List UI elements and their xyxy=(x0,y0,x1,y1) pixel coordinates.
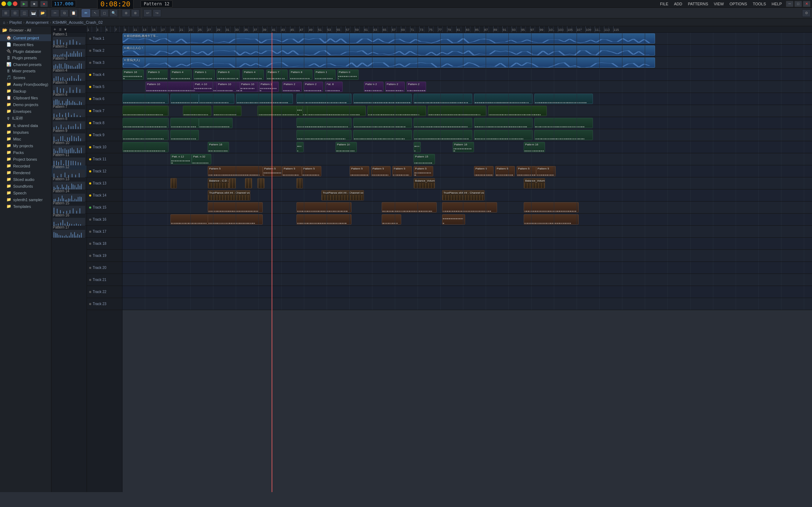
sidebar-item-il-caiyang[interactable]: 🎙IL采样 xyxy=(0,115,51,122)
clip-track8-0[interactable] xyxy=(122,118,169,128)
track-row-15[interactable] xyxy=(122,202,812,214)
track-label-10[interactable]: Track 10 xyxy=(87,141,122,153)
clip-track13-0[interactable] xyxy=(170,178,177,188)
clip-track5-10[interactable]: Pattern 2 xyxy=(407,82,426,92)
track-row-19[interactable] xyxy=(122,250,812,262)
clip-track7-5[interactable] xyxy=(307,106,366,116)
sidebar-item-channel-presets[interactable]: 📊Channel presets xyxy=(0,61,51,68)
clip-track12-1[interactable]: Pattern 5 xyxy=(263,166,282,176)
clip-track7-6[interactable] xyxy=(367,106,426,116)
clip-track12-7[interactable]: Pattern 5 xyxy=(414,166,433,176)
clip-track16-0[interactable] xyxy=(170,214,211,225)
track-row-2[interactable]: X:稳人心人心！ xyxy=(122,45,812,57)
clip-track4-4[interactable]: Pattern 6 xyxy=(217,70,240,80)
tool-zoom[interactable]: 🔍 xyxy=(109,9,118,17)
clip-track6-3[interactable] xyxy=(236,94,293,104)
track-label-7[interactable]: Track 7 xyxy=(87,105,122,117)
track-row-7[interactable] xyxy=(122,105,812,117)
record-button[interactable]: ● xyxy=(40,1,48,7)
track-row-14[interactable]: TruePianos x64 #4 - Channel volumeTruePi… xyxy=(122,189,812,202)
track-row-9[interactable] xyxy=(122,129,812,141)
menu-file[interactable]: FILE xyxy=(659,1,669,6)
track-label-19[interactable]: Track 19 xyxy=(87,250,122,262)
minimize-button[interactable] xyxy=(1,1,6,6)
track-label-14[interactable]: Track 14 xyxy=(87,189,122,202)
clip-track4-1[interactable]: Pattern 3 xyxy=(147,70,168,80)
clip-track10-0[interactable] xyxy=(122,142,169,152)
track-row-12[interactable]: Pattern 5Pattern 5Pattern 5Pattern 5Patt… xyxy=(122,165,812,177)
track-row-16[interactable] xyxy=(122,214,812,226)
track-label-18[interactable]: Track 18 xyxy=(87,238,122,250)
clip-track15-4[interactable] xyxy=(524,202,579,213)
clip-track6-5[interactable] xyxy=(353,94,412,104)
clip-track16-3[interactable] xyxy=(382,214,401,225)
clip-track6-8[interactable] xyxy=(534,94,593,104)
tool-mixer[interactable]: ⊞ xyxy=(1,9,10,17)
sidebar-item-recorded[interactable]: 📁Recorded xyxy=(0,162,51,169)
track-label-4[interactable]: Track 4 xyxy=(87,69,122,81)
clip-track9-1[interactable] xyxy=(170,130,199,140)
sidebar-item-project-bones[interactable]: 📁Project bones xyxy=(0,156,51,162)
pattern-item-4[interactable]: Pattern 4 xyxy=(51,69,87,81)
clip-track5-9[interactable]: Pattern 2 xyxy=(385,82,405,92)
pattern-item-15[interactable]: Pattern 15 xyxy=(51,202,87,214)
sidebar-item-impulses[interactable]: 📁Impulses xyxy=(0,129,51,136)
clip-track4-7[interactable]: Pattern 8 xyxy=(289,70,312,80)
sidebar-item-scores[interactable]: 🎵Scores xyxy=(0,74,51,81)
sidebar-item-soundfonts[interactable]: 📁Soundfonts xyxy=(0,183,51,189)
tool-eraser[interactable]: ◻ xyxy=(100,9,109,17)
clip-track8-1[interactable] xyxy=(170,118,199,128)
tool-cut[interactable]: ✂ xyxy=(51,9,59,17)
track-row-6[interactable] xyxy=(122,93,812,105)
clip-track4-6[interactable]: Pattern 7 xyxy=(266,70,288,80)
sidebar-item-envelopes[interactable]: 📁Envelopes xyxy=(0,108,51,115)
menu-options[interactable]: OPTIONS xyxy=(729,1,748,6)
track-label-3[interactable]: Track 3 xyxy=(87,57,122,69)
tool-snap[interactable]: ⊕ xyxy=(122,9,130,17)
tool-paste[interactable]: 📋 xyxy=(69,9,78,17)
menu-patterns[interactable]: PATTERNS xyxy=(687,1,709,6)
track-label-8[interactable]: Track 8 xyxy=(87,117,122,129)
clip-track15-3[interactable] xyxy=(442,202,497,213)
clip-track6-4[interactable] xyxy=(296,94,351,104)
clip-track9-4[interactable] xyxy=(414,130,472,140)
tool-undo[interactable]: ↩ xyxy=(143,9,152,17)
sidebar-item-away-from[interactable]: 📁Away From(bootleg) xyxy=(0,81,51,88)
sidebar-item-sylenth1[interactable]: 📁sylenth1 sampler xyxy=(0,196,51,203)
track-label-2[interactable]: Track 2 xyxy=(87,45,122,57)
clip-track8-7[interactable] xyxy=(534,118,593,128)
track-label-21[interactable]: Track 21 xyxy=(87,274,122,286)
clip-track14-2[interactable]: TruePianos x64 #4 - Channel volume xyxy=(442,190,485,200)
clip-track5-4[interactable]: Pattern 2 xyxy=(259,82,279,92)
clip-track7-2[interactable] xyxy=(213,106,241,116)
track-row-3[interactable]: X:音乐(大人) xyxy=(122,57,812,69)
win-close-btn[interactable]: ✕ xyxy=(803,1,811,7)
pattern-item-14[interactable]: Pattern 14 xyxy=(51,189,87,202)
tool-browser[interactable]: 📂 xyxy=(38,9,47,17)
track-label-5[interactable]: Track 5 xyxy=(87,81,122,93)
pattern-item-8[interactable]: Pattern 8 xyxy=(51,117,87,129)
clip-track9-0[interactable] xyxy=(122,130,169,140)
clip-track3-0[interactable]: X:音乐(大人) xyxy=(122,57,655,68)
track-label-13[interactable]: Track 13 xyxy=(87,177,122,189)
clip-track9-3[interactable] xyxy=(353,130,412,140)
clip-track12-9[interactable]: Pattern 5 xyxy=(495,166,515,176)
tool-redo[interactable]: ↪ xyxy=(153,9,161,17)
pattern-item-12[interactable]: Pattern 12 xyxy=(51,165,87,177)
win-minimize-btn[interactable]: ─ xyxy=(786,1,794,7)
pattern-item-5[interactable]: Pattern 5 xyxy=(51,81,87,93)
clip-track8-6[interactable] xyxy=(474,118,533,128)
clip-track10-1[interactable]: Pattern 16 xyxy=(208,142,229,152)
clip-track14-0[interactable]: TruePianos x64 #4 - Channel volume xyxy=(208,190,250,200)
clip-track1-0[interactable]: X:前沿的鼓机.跑跑卡丁车... xyxy=(122,33,655,44)
clip-track7-0[interactable] xyxy=(122,106,169,116)
track-row-4[interactable]: Pattern 16Pattern 3Pattern 4Pattern 1Pat… xyxy=(122,69,812,81)
tool-settings[interactable]: ⚙ xyxy=(802,9,811,17)
menu-add[interactable]: ADD xyxy=(673,1,683,6)
stop-button[interactable]: ■ xyxy=(30,1,38,7)
sidebar-item-rendered[interactable]: 📁Rendered xyxy=(0,169,51,176)
clip-track5-8[interactable]: Pattern 2 xyxy=(364,82,383,92)
pattern-item-10[interactable]: Pattern 10 xyxy=(51,141,87,153)
breadcrumb-project[interactable]: KSHMR_Acoustic_Crash_02 xyxy=(53,20,103,24)
clip-track12-2[interactable]: Pattern 5 xyxy=(282,166,302,176)
